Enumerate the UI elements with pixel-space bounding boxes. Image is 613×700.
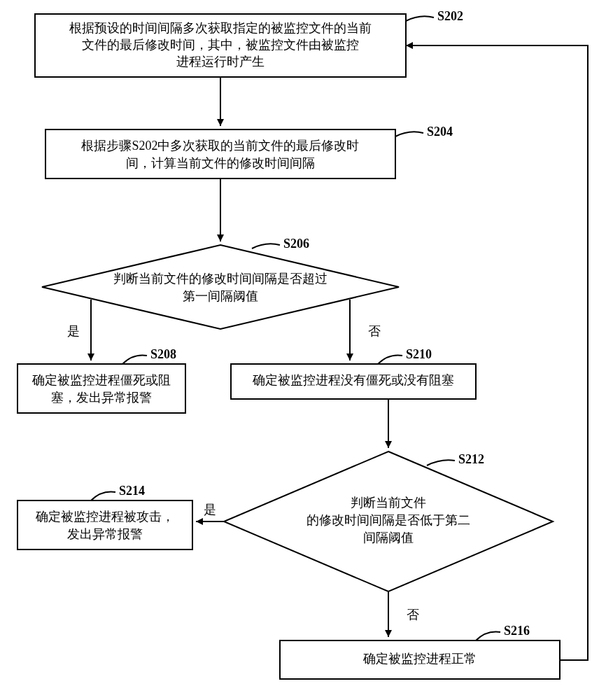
s210-line1: 确定被监控进程没有僵死或没有阻塞 <box>252 373 454 387</box>
node-s206 <box>42 245 399 329</box>
s206-line1: 判断当前文件的修改时间间隔是否超过 <box>113 272 327 286</box>
branch-no-s206: 否 <box>368 324 381 338</box>
s212-line3: 间隔阈值 <box>363 531 414 545</box>
node-s204 <box>45 130 395 178</box>
leader-s212 <box>427 460 455 465</box>
leader-s206 <box>252 244 280 248</box>
branch-no-s212: 否 <box>407 608 419 622</box>
label-s214: S214 <box>119 484 145 498</box>
label-s216: S216 <box>504 624 530 638</box>
label-s208: S208 <box>150 347 176 361</box>
label-s204: S204 <box>427 125 453 139</box>
s208-line2: 塞，发出异常报警 <box>51 391 152 405</box>
s204-line1: 根据步骤S202中多次获取的当前文件的最后修改时 <box>81 139 359 153</box>
leader-s214 <box>91 492 115 501</box>
s204-line2: 间，计算当前文件的修改时间间隔 <box>126 156 315 170</box>
s202-line3: 进程运行时产生 <box>176 55 265 69</box>
s212-line2: 的修改时间间隔是否低于第二 <box>306 513 470 527</box>
s214-line1: 确定被监控进程被攻击， <box>35 510 174 524</box>
s206-line2: 第一间隔阈值 <box>183 289 258 303</box>
leader-s208 <box>122 356 147 365</box>
node-s214 <box>17 500 192 550</box>
leader-s204 <box>395 132 423 136</box>
flowchart-diagram: 根据预设的时间间隔多次获取指定的被监控文件的当前 文件的最后修改时间，其中，被监… <box>0 0 613 700</box>
branch-yes-s206: 是 <box>67 324 80 338</box>
s208-line1: 确定被监控进程僵死或阻 <box>31 373 171 387</box>
leader-s210 <box>378 356 402 365</box>
node-s208 <box>17 364 185 413</box>
label-s212: S212 <box>458 452 484 466</box>
label-s202: S202 <box>437 9 463 23</box>
branch-yes-s212: 是 <box>204 503 216 517</box>
s216-line1: 确定被监控进程正常 <box>362 652 477 666</box>
leader-s202 <box>406 16 434 21</box>
leader-s216 <box>476 632 500 641</box>
label-s210: S210 <box>406 347 432 361</box>
s202-line1: 根据预设的时间间隔多次获取指定的被监控文件的当前 <box>69 21 372 35</box>
s202-line2: 文件的最后修改时间，其中，被监控文件由被监控 <box>82 38 359 52</box>
s212-line1: 判断当前文件 <box>351 496 426 510</box>
label-s206: S206 <box>283 237 309 251</box>
s214-line2: 发出异常报警 <box>67 527 143 541</box>
